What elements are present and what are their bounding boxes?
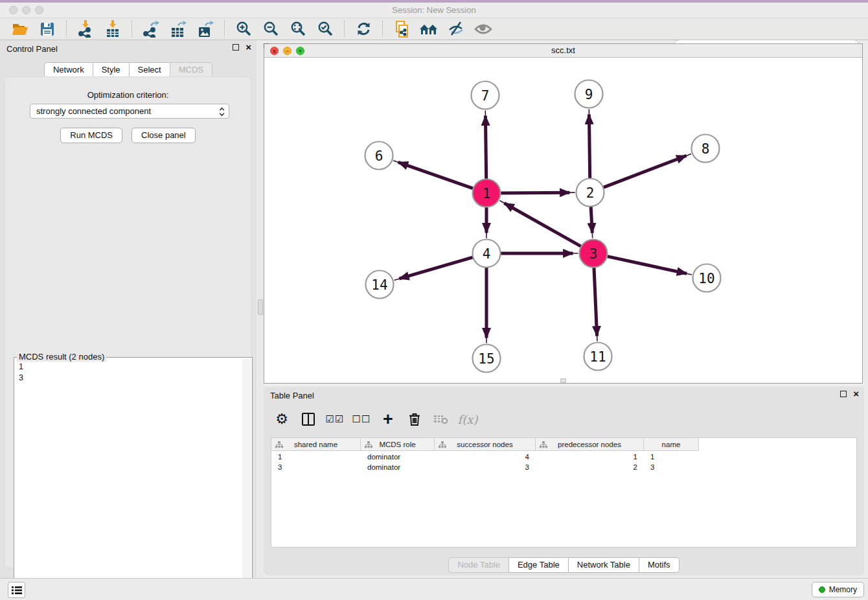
edge-1-2[interactable] <box>499 192 569 193</box>
tab-network-table[interactable]: Network Table <box>568 557 639 573</box>
table-cell[interactable]: 2 <box>536 462 644 472</box>
table-cell[interactable]: 1 <box>536 452 644 462</box>
table-cell[interactable]: 1 <box>644 452 699 462</box>
close-panel-button[interactable]: Close panel <box>131 128 196 143</box>
export-table-icon[interactable] <box>168 20 188 38</box>
network-window-titlebar[interactable]: x − + scc.txt <box>264 44 862 58</box>
graph-node-11[interactable]: 11 <box>584 343 612 371</box>
table-cell[interactable]: 3 <box>435 462 536 472</box>
first-neighbors-icon[interactable] <box>419 20 439 38</box>
edge-3-11[interactable] <box>594 266 597 336</box>
mcds-tab-content: Optimization criterion: strongly connect… <box>4 76 252 568</box>
node-table[interactable]: shared nameMCDS rolesuccessor nodesprede… <box>271 437 857 548</box>
tab-node-table[interactable]: Node Table <box>448 557 508 573</box>
export-image-icon[interactable] <box>196 20 215 38</box>
graph-node-3[interactable]: 3 <box>580 240 608 268</box>
float-panel-icon[interactable] <box>233 44 239 51</box>
table-cell[interactable]: 1 <box>271 452 361 462</box>
column-header-MCDS-role[interactable]: MCDS role <box>361 438 435 451</box>
task-history-button[interactable] <box>8 582 25 598</box>
edge-2-3[interactable] <box>591 205 592 233</box>
tab-edge-table[interactable]: Edge Table <box>508 557 568 573</box>
settings-gear-icon[interactable]: ⚙ <box>271 410 292 429</box>
graph-node-7[interactable]: 7 <box>472 82 499 110</box>
tree-icon <box>365 441 372 448</box>
run-mcds-button[interactable]: Run MCDS <box>60 128 122 143</box>
network-close-button[interactable]: x <box>270 47 279 55</box>
column-header-predecessor-nodes[interactable]: predecessor nodes <box>536 438 644 451</box>
panel-splitter[interactable] <box>257 40 264 578</box>
graph-node-9[interactable]: 9 <box>575 80 603 108</box>
table-cell[interactable]: 3 <box>644 462 699 472</box>
add-column-icon[interactable]: + <box>378 410 398 429</box>
svg-text:2: 2 <box>586 185 595 201</box>
refresh-icon[interactable] <box>354 20 373 38</box>
close-window-button[interactable] <box>9 6 17 14</box>
minimize-window-button[interactable] <box>22 6 30 14</box>
tab-style[interactable]: Style <box>93 62 129 78</box>
table-cell[interactable]: dominator <box>361 462 435 472</box>
network-resize-handle[interactable] <box>560 378 566 383</box>
delete-table-icon[interactable] <box>431 410 451 429</box>
memory-button[interactable]: Memory <box>812 582 864 597</box>
graph-node-14[interactable]: 14 <box>366 271 394 299</box>
network-window: x − + scc.txt 7968124314101511 <box>264 43 863 384</box>
edge-1-6[interactable] <box>398 162 475 189</box>
zoom-in-icon[interactable] <box>234 20 253 38</box>
export-network-icon[interactable] <box>141 20 161 38</box>
import-table-icon[interactable] <box>103 20 122 38</box>
clone-network-icon[interactable] <box>392 20 411 38</box>
edge-2-8[interactable] <box>602 156 686 188</box>
table-header-row: shared nameMCDS rolesuccessor nodesprede… <box>271 438 699 451</box>
graph-node-6[interactable]: 6 <box>365 142 393 170</box>
tab-network[interactable]: Network <box>44 62 93 78</box>
columns-icon[interactable] <box>298 410 319 429</box>
zoom-fit-icon[interactable] <box>288 20 308 38</box>
save-session-icon[interactable] <box>38 20 57 38</box>
table-row[interactable]: 1dominator411 <box>271 452 699 462</box>
column-header-shared-name[interactable]: shared name <box>271 438 361 451</box>
function-builder-icon[interactable]: f(x) <box>457 410 478 429</box>
select-all-icon[interactable]: ☑☑ <box>325 410 345 429</box>
maximize-window-button[interactable] <box>35 6 43 14</box>
hide-selected-icon[interactable] <box>446 20 466 38</box>
graph-node-8[interactable]: 8 <box>692 135 720 163</box>
edge-3-1[interactable] <box>504 203 582 247</box>
network-maximize-button[interactable]: + <box>296 47 304 55</box>
delete-column-icon[interactable] <box>404 410 425 429</box>
stepper-arrows-icon <box>219 107 225 117</box>
splitter-grip[interactable] <box>258 299 263 315</box>
graph-node-10[interactable]: 10 <box>693 264 721 292</box>
deselect-all-icon[interactable]: ☐☐ <box>351 410 372 429</box>
edge-4-14[interactable] <box>399 257 474 279</box>
close-panel-icon[interactable]: × <box>853 391 859 397</box>
show-all-icon[interactable] <box>474 20 493 38</box>
graph-node-4[interactable]: 4 <box>473 240 501 268</box>
float-panel-icon[interactable] <box>840 391 847 397</box>
table-cell[interactable]: 4 <box>435 452 536 462</box>
column-header-name[interactable]: name <box>644 438 699 451</box>
tree-icon <box>275 441 283 448</box>
network-canvas[interactable]: 7968124314101511 <box>264 58 862 383</box>
graph-node-1[interactable]: 1 <box>473 179 501 207</box>
graph-node-2[interactable]: 2 <box>577 179 604 207</box>
table-cell[interactable]: 3 <box>271 462 361 472</box>
mcds-result-scrollbar[interactable] <box>242 359 251 598</box>
zoom-out-icon[interactable] <box>261 20 280 38</box>
open-file-icon[interactable] <box>10 20 30 38</box>
table-row[interactable]: 3dominator323 <box>271 462 699 472</box>
edge-3-10[interactable] <box>606 256 687 273</box>
edge-2-9[interactable] <box>589 114 589 179</box>
import-network-icon[interactable] <box>76 20 95 38</box>
edge-1-7[interactable] <box>485 115 486 180</box>
tab-select[interactable]: Select <box>129 62 170 78</box>
network-minimize-button[interactable]: − <box>283 47 291 55</box>
column-header-successor-nodes[interactable]: successor nodes <box>435 438 536 451</box>
criterion-dropdown[interactable]: strongly connected component <box>30 104 229 119</box>
tab-mcds[interactable]: MCDS <box>170 62 212 78</box>
zoom-selected-icon[interactable] <box>315 20 335 38</box>
table-cell[interactable]: dominator <box>361 452 435 462</box>
tab-motifs[interactable]: Motifs <box>639 557 680 573</box>
graph-node-15[interactable]: 15 <box>473 345 501 373</box>
close-panel-icon[interactable]: × <box>246 44 251 51</box>
